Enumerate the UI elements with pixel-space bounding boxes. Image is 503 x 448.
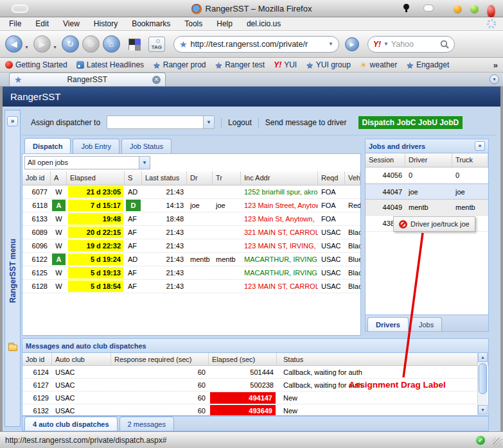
assign-dispatcher-combo[interactable]: ▼ [107, 116, 215, 129]
bookmark-weather[interactable]: ☀weather [360, 60, 397, 69]
col-a[interactable]: A [51, 171, 67, 185]
col-vehicle[interactable]: Vehicle [345, 171, 360, 185]
chevron-down-icon[interactable]: ▼ [139, 157, 150, 169]
resize-grip[interactable] [493, 438, 502, 447]
table-row[interactable]: 6096 W 19 d 22:32 AF 21:43 123 MAIN ST, … [22, 239, 360, 253]
back-button[interactable]: ◀ [5, 35, 22, 53]
col-job-id[interactable]: Job id [22, 353, 52, 365]
logout-button[interactable]: Logout [228, 118, 252, 127]
bookmark-ranger-prod[interactable]: ★Ranger prod [153, 60, 206, 69]
search-engine-dropdown-icon[interactable]: ▼ [384, 41, 389, 47]
table-row[interactable]: 6124 USAC 60 501444 Callback, waiting fo… [22, 366, 488, 379]
col-elapsed[interactable]: Elapsed [67, 171, 125, 185]
menu-delicious[interactable]: del.icio.us [247, 19, 281, 28]
browser-tab-rangersst[interactable]: ★ RangerSST ✕ [9, 73, 166, 86]
table-row[interactable]: 6089 W 20 d 22:15 AF 21:43 321 MAIN ST, … [22, 226, 360, 239]
forward-dropdown-icon[interactable]: ▼ [53, 45, 57, 49]
home-button[interactable]: ⌂ [103, 35, 120, 53]
tab-dispatch[interactable]: Dispatch [24, 138, 71, 153]
col-last-status[interactable]: Last status [142, 171, 187, 185]
tab-drivers[interactable]: Drivers [367, 317, 409, 331]
send-message-button[interactable]: Send message to driver [265, 118, 347, 127]
scroll-up-arrow[interactable]: ▲ [478, 352, 488, 362]
yahoo-icon[interactable]: Y! [373, 40, 381, 49]
menu-view[interactable]: View [63, 19, 80, 28]
table-row[interactable]: 6118 A 7 d 15:17 D 14:13 joe joe 123 Mai… [22, 199, 360, 212]
menu-edit[interactable]: Edit [35, 19, 49, 28]
search-bar[interactable]: Y! ▼ Yahoo [367, 36, 455, 53]
col-response-required[interactable]: Response required (sec) [111, 353, 209, 365]
table-row[interactable]: 6133 W 19:48 AF 18:48 123 Main St, Anyto… [22, 212, 360, 226]
table-row-selected[interactable]: 44047 joe joe [366, 184, 488, 200]
window-close-button[interactable] [487, 4, 495, 18]
table-row[interactable]: 6122 A 5 d 19:24 AD 21:43 mentb mentb MA… [22, 253, 360, 266]
tab-messages[interactable]: 2 messages [119, 417, 174, 431]
col-status[interactable]: Status [277, 353, 488, 365]
col-dr[interactable]: Dr [187, 171, 213, 185]
scroll-down-arrow[interactable]: ▼ [478, 405, 488, 415]
table-row[interactable]: 6128 W 5 d 18:54 AF 21:43 123 MAIN ST, C… [22, 280, 360, 293]
chevron-down-icon[interactable]: ▼ [203, 116, 214, 128]
table-row[interactable]: 44049 mentb mentb [366, 200, 488, 216]
vertical-scrollbar[interactable]: ▲ ▼ [477, 352, 488, 415]
menu-tools[interactable]: Tools [184, 19, 202, 28]
url-bar[interactable]: ★ http://test.rangersst.com/private/r ▼ [173, 36, 339, 53]
bookmark-yui-group[interactable]: ★YUI group [306, 60, 351, 69]
scrollbar-thumb[interactable] [479, 363, 487, 394]
magnifier-icon[interactable] [440, 40, 449, 49]
col-truck[interactable]: Truck [452, 153, 488, 167]
col-driver[interactable]: Driver [405, 153, 452, 167]
star-icon: ★ [153, 61, 161, 69]
back-dropdown-icon[interactable]: ▼ [24, 45, 29, 49]
tab-jobs[interactable]: Jobs [410, 317, 442, 331]
bookmarks-overflow-chevron[interactable]: » [493, 60, 498, 70]
col-inc-addr[interactable]: Inc Addr [241, 171, 318, 185]
list-all-tabs-button[interactable]: ▼ [490, 74, 499, 84]
bookmark-getting-started[interactable]: Getting Started [5, 60, 67, 69]
sidebar-expand-button[interactable]: » [7, 116, 18, 126]
colorzilla-icon[interactable] [128, 39, 140, 50]
tab-auto-club-dispatches[interactable]: 4 auto club dispatches [24, 417, 118, 431]
table-row[interactable]: 6077 W 21 d 23:05 AD 21:43 1252 briarhil… [22, 185, 360, 199]
col-session[interactable]: Session [366, 153, 405, 167]
job-filter-combo[interactable]: All open jobs ▼ [24, 156, 150, 169]
forward-button[interactable]: ▶ [33, 35, 51, 53]
sidebar-collapsed[interactable]: » RangerSST menu [4, 110, 21, 427]
search-input[interactable]: Yahoo [391, 40, 437, 49]
cell: Black TAURU [345, 266, 360, 279]
reload-button[interactable]: ↻ [62, 35, 79, 53]
col-auto-club[interactable]: Auto club [52, 353, 111, 365]
tab-job-entry[interactable]: Job Entry [73, 139, 119, 153]
col-reqd[interactable]: Reqd [318, 171, 345, 185]
bookmark-ranger-test[interactable]: ★Ranger test [215, 60, 265, 69]
titlebar[interactable]: RangerSST – Mozilla Firefox [0, 0, 503, 17]
col-elapsed-sec[interactable]: Elapsed (sec) [209, 353, 277, 365]
col-s[interactable]: S [125, 171, 142, 185]
bookmark-latest-headlines[interactable]: Latest Headlines [76, 60, 144, 69]
col-job-id[interactable]: Job id [22, 171, 51, 185]
bookmark-engadget[interactable]: ★Engadget [406, 60, 449, 69]
col-tr[interactable]: Tr [213, 171, 241, 185]
menu-history[interactable]: History [94, 19, 118, 28]
window-minimize-button[interactable] [454, 4, 462, 13]
bookmark-yui[interactable]: Y!YUI [274, 60, 297, 69]
stop-button[interactable]: ⊘ [82, 35, 100, 53]
table-row[interactable]: 6125 W 5 d 19:13 AF 21:43 MACARTHUR, IRV… [22, 266, 360, 280]
url-dropdown-icon[interactable]: ▼ [328, 41, 333, 47]
collapse-panel-button[interactable]: » [475, 141, 485, 151]
table-row[interactable]: 44056 0 0 [366, 168, 488, 184]
table-row[interactable]: 6129 USAC 60 494147 New [22, 392, 488, 404]
table-row[interactable]: 6132 USAC 60 493649 New [22, 404, 488, 416]
bookmark-star-icon[interactable]: ★ [179, 40, 188, 49]
tab-close-icon[interactable]: ✕ [152, 76, 161, 84]
tag-button[interactable]: TAG [148, 37, 165, 52]
menu-file[interactable]: File [9, 19, 21, 28]
window-maximize-button[interactable] [470, 4, 479, 13]
go-button[interactable]: ▶ [345, 37, 359, 51]
menu-help[interactable]: Help [216, 19, 233, 28]
url-input[interactable]: http://test.rangersst.com/private/r [190, 40, 325, 49]
drag-tooltip-text: Driver joe/truck joe [410, 220, 470, 228]
tab-job-status[interactable]: Job Status [121, 139, 172, 153]
window-title: RangerSST – Mozilla Firefox [206, 4, 312, 13]
menu-bookmarks[interactable]: Bookmarks [132, 19, 170, 28]
